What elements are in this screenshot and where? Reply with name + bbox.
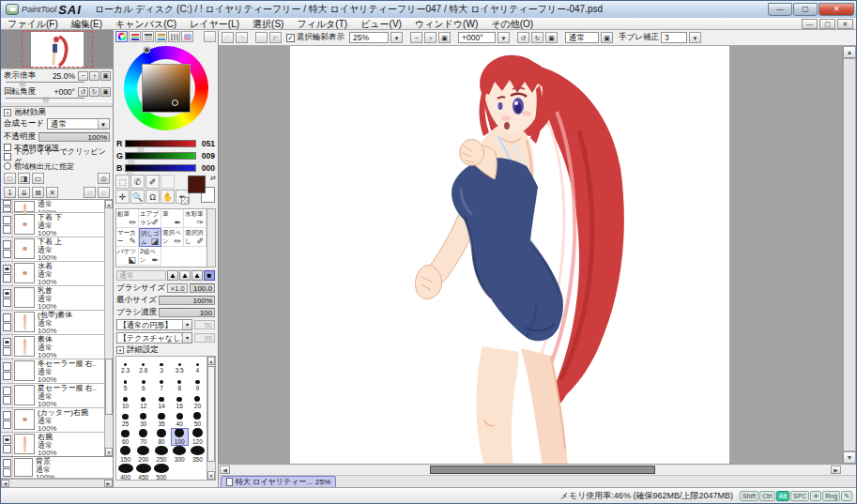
selection-outline-checkbox[interactable]: ✓ (286, 34, 295, 42)
zoom-dropdown-icon[interactable]: ▾ (390, 32, 403, 43)
merge-down-button[interactable]: ⇊ (18, 187, 30, 198)
tool-selected-cell[interactable]: 消しゴム ◪ (139, 228, 161, 247)
brush-size-cell[interactable]: 30 (134, 410, 152, 428)
scroll-up-icon[interactable]: ▲ (105, 200, 113, 208)
brush-size-cell[interactable]: 20 (189, 392, 207, 410)
density-slider[interactable]: 100 (159, 308, 215, 317)
brush-size-cell[interactable]: 3 (152, 357, 170, 374)
opacity-lock-checkbox[interactable] (4, 144, 11, 151)
move-tool-icon[interactable]: ✛ (115, 190, 130, 204)
layer-row[interactable]: 乳首 通常 100% (1, 286, 104, 311)
minimize-button[interactable]: — (768, 3, 792, 16)
zoom-reset-button[interactable]: ▣ (100, 71, 111, 81)
brush-size-cell[interactable]: 100 (171, 428, 189, 446)
brush-size-cell[interactable]: 12 (134, 392, 152, 410)
brush-size-cell[interactable]: 40 (171, 410, 189, 428)
canvas-hscrollbar[interactable]: ◀ ▶ (219, 464, 856, 475)
hsv-slider-icon[interactable] (142, 31, 154, 42)
tool-cell[interactable]: 2値ペン ✒ (139, 247, 161, 266)
menubar-item[interactable]: ファイル(F) (1, 18, 65, 30)
scroll-up-icon[interactable]: ▲ (843, 46, 856, 58)
canvas-zoom-in-button[interactable]: ＋ (424, 32, 436, 43)
paint-mode-dropdown-icon[interactable]: ▣ (601, 32, 613, 43)
tool-cell[interactable]: マーカー ✎ (116, 228, 139, 247)
canvas-viewport[interactable]: ▲ ▼ (219, 46, 856, 464)
layer-list-hscrollbar[interactable]: ◀ ▶ (1, 479, 113, 487)
layer-clip-checkbox[interactable] (3, 298, 11, 307)
menubar-item[interactable]: 編集(E) (65, 18, 109, 30)
primary-color-swatch[interactable] (188, 176, 206, 193)
zoom-in-button[interactable]: ＋ (89, 71, 99, 81)
brush-size-cell[interactable]: 500 (152, 464, 170, 481)
layer-visible-checkbox[interactable] (3, 435, 11, 444)
size-grid-scrollbar[interactable]: ▲ ▼ (207, 357, 215, 480)
canvas-zoom-reset-button[interactable]: ▣ (438, 32, 451, 43)
new-layer-button[interactable]: □ (4, 173, 16, 184)
new-vector-layer-button[interactable]: ◨ (18, 173, 30, 184)
layer-clip-checkbox[interactable] (3, 347, 11, 356)
brush-tip-mid-icon[interactable]: ▲ (179, 270, 191, 281)
layer-list-scrollbar[interactable]: ▲ ▼ (104, 200, 113, 456)
brush-size-cell[interactable]: 8 (171, 374, 189, 392)
rgb-slider-icon[interactable] (129, 31, 141, 42)
rotation-slider-thumb[interactable] (43, 97, 49, 101)
tool-cell[interactable]: バケツ ⬕ (116, 247, 139, 266)
brush-shape-select[interactable]: 【通常の円形】 (116, 319, 192, 330)
detect-source-row[interactable]: 領域検出元に指定 (1, 161, 113, 171)
layer-clip-checkbox[interactable] (3, 274, 11, 283)
transparent-color-icon[interactable] (181, 197, 189, 205)
layer-clip-checkbox[interactable] (3, 396, 11, 405)
layer-visible-checkbox[interactable] (3, 265, 11, 273)
canvas-rotate-reset-button[interactable]: ▣ (545, 32, 558, 43)
layer-visible-checkbox[interactable] (3, 362, 11, 371)
brush-size-cell[interactable]: 80 (152, 428, 170, 446)
maximize-button[interactable]: ▢ (793, 3, 818, 16)
mixer-icon[interactable] (168, 31, 180, 42)
close-button[interactable]: ✕ (819, 3, 854, 16)
tool-cell[interactable]: 水彩筆 ✑ (184, 209, 207, 228)
layer-row[interactable]: 冬セーラー服 右.. 通常 100% (1, 359, 104, 384)
mdi-minimize-button[interactable]: — (802, 19, 818, 29)
new-layer-set-button[interactable]: ▭ (32, 173, 44, 184)
opacity-slider[interactable]: 100% (38, 132, 110, 142)
layer-visible-checkbox[interactable] (3, 240, 11, 249)
brush-size-cell[interactable]: 150 (116, 446, 134, 464)
menubar-item[interactable]: キャンバス(C) (109, 18, 183, 30)
layer-row[interactable]: 通常 100% (1, 200, 104, 213)
layer-visible-checkbox[interactable] (3, 200, 11, 206)
delete-layer-button[interactable]: ✕ (46, 187, 58, 198)
layer-row[interactable]: 下着 上 通常 100% (1, 237, 104, 262)
blue-slider[interactable] (125, 164, 196, 172)
brush-size-cell[interactable]: 3.5 (171, 357, 189, 374)
scratchpad-icon[interactable] (204, 31, 216, 42)
brush-size-cell[interactable]: 2.6 (134, 357, 152, 374)
selection-outline-toggle[interactable]: ✓ 選択輪郭表示 (286, 32, 344, 43)
document-canvas[interactable] (290, 46, 729, 464)
expand-icon[interactable]: + (4, 109, 11, 116)
layer-clip-checkbox[interactable] (3, 225, 11, 234)
layer-visible-checkbox[interactable] (3, 216, 11, 224)
gray-slider-icon[interactable] (155, 31, 167, 42)
expand-icon[interactable]: + (116, 346, 124, 354)
hue-marker[interactable] (144, 47, 150, 53)
size-scroll-thumb[interactable] (207, 366, 215, 462)
brush-size-cell[interactable]: 400 (116, 464, 134, 481)
layer-clip-checkbox[interactable] (3, 206, 11, 212)
brush-size-cell[interactable]: 120 (189, 428, 207, 446)
brush-size-unit-button[interactable]: ×1.0 (167, 283, 188, 293)
canvas-vscrollbar[interactable]: ▲ ▼ (842, 46, 856, 464)
tool-cell[interactable]: 筆 ✒ (161, 209, 184, 228)
clipping-row[interactable]: 下のレイヤーでクリッピング (1, 152, 113, 161)
navigator-preview[interactable] (1, 30, 113, 69)
layer-clip-checkbox[interactable] (3, 445, 11, 453)
stabilizer-dropdown-icon[interactable]: ▾ (689, 32, 701, 43)
layer-row[interactable]: 下着 下 通常 100% (1, 213, 104, 237)
tool-cell[interactable]: エアブラシ ✐ (139, 209, 161, 228)
layer-visible-checkbox[interactable] (3, 411, 11, 420)
advanced-settings-section[interactable]: + 詳細設定 (114, 344, 218, 355)
canvas-zoom-field[interactable]: 25% (349, 32, 389, 43)
menubar-item[interactable]: ウィンドウ(W) (408, 18, 484, 30)
layer-scroll-thumb[interactable] (105, 359, 113, 415)
mdi-restore-button[interactable]: ▢ (819, 19, 835, 29)
swap-colors-icon[interactable]: ⇄ (210, 175, 216, 182)
